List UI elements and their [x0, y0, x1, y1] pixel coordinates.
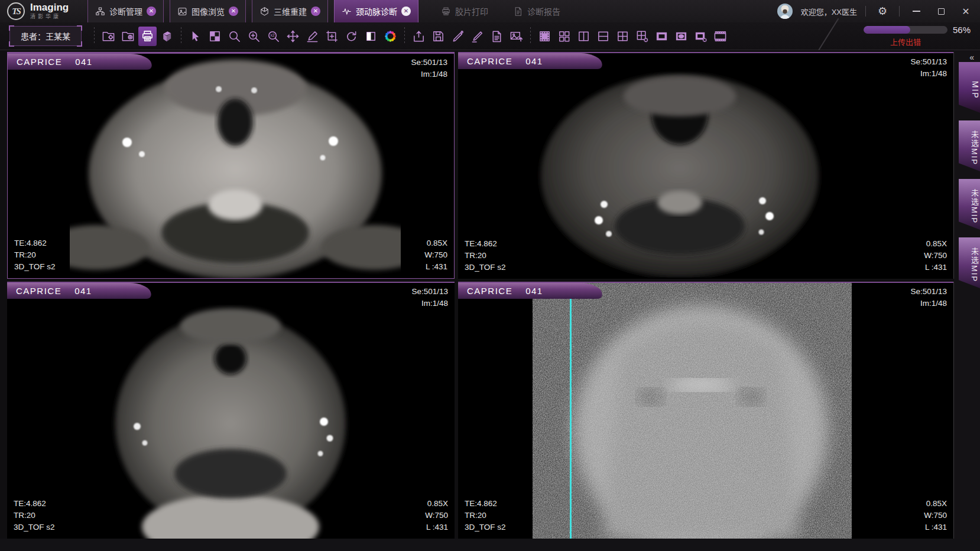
menu-label: 诊断报告	[527, 5, 560, 17]
tool-layout-blocks-button[interactable]	[555, 27, 573, 46]
tab-label: 颈动脉诊断	[356, 5, 397, 17]
tool-layout-grid-button[interactable]	[536, 27, 554, 46]
sidebar-tab-unselected-mip-2[interactable]: 未选MIP	[959, 179, 980, 230]
viewport-axial-3[interactable]: CAPRICE041 Se:501/13Im:1/48 TE:4.862TR:2…	[7, 282, 455, 539]
tool-zoom-2x-button[interactable]: x2	[264, 27, 283, 46]
upload-percent: 56%	[953, 25, 971, 35]
toolbar-separator	[181, 27, 181, 45]
titlebar: TS Imaging 清影华康 诊断管理 ✕ 图像浏览 ✕ 三维重建 ✕ 颈动脉…	[0, 0, 980, 22]
pan-icon	[286, 30, 300, 43]
close-icon[interactable]: ✕	[147, 6, 156, 16]
tool-filmstrip-button[interactable]	[711, 27, 729, 46]
toolbar: 患者：王某某 x2 56% 上传出错	[0, 22, 980, 50]
tab-image-browse[interactable]: 图像浏览 ✕	[170, 0, 246, 22]
tool-layout-remove-button[interactable]	[633, 27, 651, 46]
app-name: Imaging	[30, 2, 69, 13]
maximize-icon	[938, 8, 945, 15]
viewer-grid: CAPRICE041 Se:501/13Im:1/48 TE:4.862TR:2…	[0, 50, 980, 551]
collapse-sidebar-button[interactable]: «	[969, 53, 973, 62]
tool-zoom-button[interactable]	[225, 27, 244, 46]
waveform-icon	[342, 6, 352, 17]
mip-sidebar: « MIP 未选MIP 未选MIP 未选MIP	[954, 50, 980, 551]
tool-folder-settings-button[interactable]	[99, 27, 118, 46]
tool-contrast-button[interactable]	[362, 27, 380, 46]
toolbar-separator	[530, 27, 531, 45]
close-window-button[interactable]: ✕	[958, 3, 974, 19]
report-add-icon	[490, 30, 504, 43]
close-icon[interactable]: ✕	[401, 6, 411, 16]
series-tab[interactable]: CAPRICE041	[458, 53, 576, 69]
tab-carotid-diagnosis[interactable]: 颈动脉诊断 ✕	[334, 0, 418, 22]
series-tab[interactable]: CAPRICE041	[8, 54, 126, 70]
tool-print-button[interactable]	[138, 27, 157, 46]
menu-label: 胶片打印	[455, 5, 488, 17]
tool-probe-minus-button[interactable]	[468, 27, 486, 46]
image-upload-icon	[510, 30, 523, 43]
corner-bracket	[77, 25, 82, 31]
color-wheel-icon	[384, 30, 397, 43]
menu-film-print[interactable]: 胶片打印	[433, 0, 497, 22]
patient-field[interactable]: 患者：王某某	[9, 26, 82, 46]
filmstrip-icon	[713, 30, 727, 43]
tool-checkerboard-button[interactable]	[206, 27, 224, 46]
upload-progress-bar	[864, 26, 947, 34]
tool-measure-button[interactable]	[303, 27, 322, 46]
tool-shape-rect-remove-button[interactable]	[692, 27, 710, 46]
series-tab[interactable]: CAPRICE041	[7, 283, 125, 299]
tool-zoom-in-button[interactable]	[245, 27, 263, 46]
gear-icon: ⚙	[878, 5, 887, 18]
acquisition-info: TE:4.862TR:203D_TOF s2	[14, 498, 55, 533]
divider	[865, 6, 866, 17]
sidebar-tab-mip[interactable]: MIP	[959, 62, 980, 113]
maximize-button[interactable]	[933, 3, 949, 19]
user-avatar[interactable]	[777, 4, 793, 19]
corner-bracket	[9, 41, 14, 47]
contrast-icon	[364, 30, 378, 43]
tool-image-upload-button[interactable]	[507, 27, 525, 46]
tool-layout-2col-button[interactable]	[575, 27, 593, 46]
tool-layout-2row-button[interactable]	[594, 27, 612, 46]
shape-rect-icon	[655, 30, 669, 43]
reference-line[interactable]	[570, 282, 572, 539]
report-icon	[513, 6, 523, 17]
tool-pan-button[interactable]	[284, 27, 302, 46]
tool-cursor-button[interactable]	[186, 27, 205, 46]
close-icon[interactable]: ✕	[229, 6, 238, 16]
probe-icon	[451, 30, 465, 43]
tool-cube-3d-button[interactable]	[158, 27, 176, 46]
cube-3d-icon	[160, 30, 174, 43]
tool-probe-button[interactable]	[449, 27, 467, 46]
tab-3d-reconstruction[interactable]: 三维重建 ✕	[252, 0, 328, 22]
acquisition-info: TE:4.862TR:203D_TOF s2	[465, 498, 506, 533]
tab-label: 诊断管理	[109, 5, 142, 17]
tab-diagnosis-management[interactable]: 诊断管理 ✕	[87, 0, 164, 22]
tool-rotate-button[interactable]	[342, 27, 361, 46]
toolbar-separator	[404, 27, 405, 45]
series-tab[interactable]: CAPRICE041	[458, 283, 576, 299]
close-icon[interactable]: ✕	[311, 6, 320, 16]
minimize-button[interactable]	[908, 3, 924, 19]
sidebar-tab-unselected-mip-3[interactable]: 未选MIP	[959, 237, 980, 288]
tool-shape-ellipse-button[interactable]	[672, 27, 690, 46]
print-icon	[141, 30, 154, 43]
viewport-axial-2[interactable]: CAPRICE041 Se:501/13Im:1/48 TE:4.862TR:2…	[458, 52, 954, 279]
user-greeting: 欢迎您，XX医生	[801, 6, 857, 17]
tool-save-button[interactable]	[429, 27, 447, 46]
viewport-axial-1[interactable]: CAPRICE041 Se:501/13Im:1/48 TE:4.862TR:2…	[7, 52, 455, 279]
close-icon: ✕	[962, 6, 969, 17]
tool-color-wheel-button[interactable]	[381, 27, 400, 46]
window-level-info: 0.85XW:750L :431	[424, 237, 447, 273]
menu-diagnosis-report[interactable]: 诊断报告	[505, 0, 569, 22]
tool-report-add-button[interactable]	[488, 27, 506, 46]
tool-shape-rect-button[interactable]	[653, 27, 671, 46]
sidebar-tab-unselected-mip-1[interactable]: 未选MIP	[959, 120, 980, 171]
tool-export-button[interactable]	[410, 27, 428, 46]
probe-minus-icon	[470, 30, 484, 43]
tool-layout-2x2-button[interactable]	[614, 27, 632, 46]
tool-folder-add-button[interactable]	[119, 27, 137, 46]
diagonal-divider	[816, 18, 839, 54]
settings-button[interactable]: ⚙	[874, 3, 891, 19]
tool-crop-add-button[interactable]	[323, 27, 341, 46]
viewport-mip[interactable]: CAPRICE041 Se:501/13Im:1/48 TE:4.862TR:2…	[458, 282, 954, 539]
layout-2row-icon	[596, 30, 610, 43]
